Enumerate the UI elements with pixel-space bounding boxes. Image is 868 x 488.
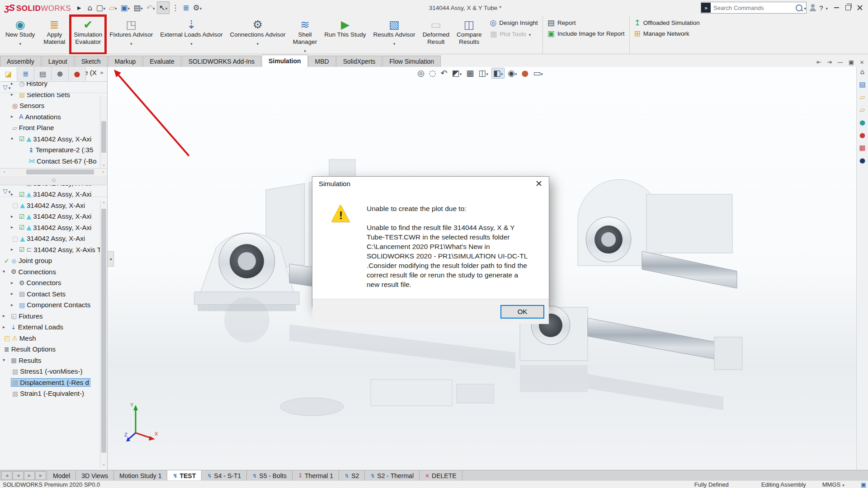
edit-appearance-icon[interactable]: ● (520, 68, 530, 78)
tree-item[interactable]: ▾ ▦ Results (0, 355, 107, 366)
graphics-viewport[interactable]: ◎ ◌ ↶ ◩ ▦ ◫ (108, 67, 868, 470)
hide-show-items-icon[interactable]: ◉ (506, 68, 518, 78)
study-filter-bar[interactable]: ▽ (0, 185, 108, 197)
previous-window-icon[interactable]: ⇤ (816, 59, 821, 65)
dynamic-annotation-icon[interactable]: ▦ (465, 68, 475, 78)
model-tab[interactable]: ↧ Thermal 1 (292, 470, 339, 481)
tree-item[interactable]: ▢ ▲ 314042 Assy, X-Axi (0, 200, 107, 211)
propertymanager-tab[interactable]: ≣ (17, 67, 34, 81)
view-orientation-icon[interactable]: ◫ (477, 68, 490, 78)
scroll-down-icon[interactable]: ⌄ (100, 161, 107, 168)
command-tab[interactable]: SOLIDWORKS Add-Ins (182, 56, 261, 67)
model-tab[interactable]: 3D Views (76, 470, 114, 481)
section-view-icon[interactable]: ◩ (451, 68, 463, 78)
command-tab[interactable]: Markup (108, 56, 143, 67)
custom-properties-icon[interactable]: ▦ (859, 145, 865, 151)
tree-item[interactable]: ▾ ⚙ Connections (0, 266, 107, 277)
results-advisor-button[interactable]: ▧ Results Advisor (370, 15, 419, 54)
save-icon[interactable]: ▣ (119, 2, 132, 14)
dialog-title-bar[interactable]: Simulation (312, 177, 549, 190)
file-explorer-icon[interactable]: ▱ (860, 107, 865, 113)
home-icon[interactable]: ⌂ (86, 2, 94, 14)
design-library-icon[interactable]: ▱ (860, 94, 865, 101)
solidworks-resources-icon[interactable]: ▤ (859, 81, 865, 88)
task-pane-icon[interactable]: ≣ (181, 2, 191, 14)
tree1-horizontal-scrollbar[interactable]: ‹ › (0, 168, 108, 176)
tree-item[interactable]: ▾ ☑ ▲ 314042 Assy, X-Axi (0, 133, 107, 145)
tree-item[interactable]: ▸ ☑ ▲ 314042 Assy, X-Axi (0, 222, 107, 233)
command-tab[interactable]: Evaluate (143, 56, 181, 67)
tree2-vertical-scrollbar[interactable]: ⌃ ⌄ (100, 201, 107, 468)
tree-item[interactable]: ⋈ Contact Set-67 (-Bo (0, 155, 107, 167)
expand-arrow-icon[interactable]: ▾ (3, 358, 9, 362)
close-button[interactable] (857, 5, 863, 10)
restore-button[interactable] (845, 5, 851, 10)
configurationmanager-tab[interactable]: ▤ (34, 67, 52, 81)
previous-tab-button[interactable]: ◀ (13, 471, 24, 480)
command-tab[interactable]: Assembly (0, 56, 41, 67)
user-icon[interactable] (809, 4, 816, 11)
tree-item[interactable]: ◰ ⚠ Mesh (0, 333, 107, 344)
model-tab[interactable]: ↯ S4 - S-T1 (202, 470, 247, 481)
command-tab[interactable]: SolidXperts (336, 56, 382, 67)
model-tab[interactable]: Motion Study 1 (114, 470, 167, 481)
zoom-to-fit-icon[interactable]: ◎ (416, 68, 426, 78)
appearances-scenes-icon[interactable]: ● (859, 132, 865, 139)
dimxpertmanager-tab[interactable]: ⊕ (52, 67, 69, 81)
panel-tabs-expand-icon[interactable]: » (96, 70, 107, 75)
last-tab-button[interactable]: ▶ (35, 471, 46, 480)
compare-results-button[interactable]: ◫ Compare Results (453, 15, 486, 54)
previous-view-icon[interactable]: ↶ (439, 68, 449, 78)
scroll-down-icon[interactable]: ⌄ (100, 461, 107, 468)
expand-arrow-icon[interactable]: ▸ (11, 303, 18, 307)
new-document-icon[interactable]: ▢ (94, 2, 107, 14)
units-selector[interactable]: MMGS (822, 481, 844, 488)
document-minimize-icon[interactable]: — (837, 59, 843, 65)
tree-item[interactable]: ▸ ⚙ Connectors (0, 277, 107, 289)
solidworks-forum-icon[interactable]: ● (859, 157, 865, 164)
design-insight-button[interactable]: ◎ Design Insight (490, 19, 538, 27)
run-this-study-button[interactable]: ▶ Run This Study (321, 15, 370, 54)
help-button[interactable]: ? (819, 4, 823, 12)
undo-icon[interactable]: ↶ (145, 2, 157, 14)
expand-arrow-icon[interactable]: ▸ (11, 291, 18, 296)
tree1-vertical-scrollbar[interactable]: ⌄ (100, 96, 107, 168)
tree-item[interactable]: ▱ Front Plane (0, 122, 107, 134)
model-tab[interactable]: Model (47, 470, 76, 481)
expand-arrow-icon[interactable]: ▸ (11, 225, 18, 230)
model-tab[interactable]: × DELETE (420, 470, 462, 481)
next-window-icon[interactable]: ⇥ (827, 59, 832, 65)
ok-button[interactable]: OK (500, 305, 544, 319)
select-icon[interactable]: ↖ (157, 1, 170, 14)
command-tab[interactable]: Simulation (262, 55, 308, 67)
home-tab-icon[interactable]: ⌂ (860, 69, 865, 75)
expand-arrow-icon[interactable]: ▸ (11, 247, 18, 252)
expand-arrow-icon[interactable]: ▸ (11, 214, 18, 219)
tree-item[interactable]: ◎ Sensors (0, 100, 107, 112)
filter-caret-icon[interactable] (9, 83, 11, 91)
report-button[interactable]: ▤ Report (547, 19, 625, 27)
command-tab[interactable]: Sketch (75, 56, 108, 67)
minimize-button[interactable] (834, 7, 839, 8)
external-loads-advisor-button[interactable]: ⇣ External Loads Advisor (156, 15, 226, 54)
expand-arrow-icon[interactable]: ▸ (11, 281, 18, 285)
manage-network-button[interactable]: ⊞ Manage Network (634, 30, 700, 38)
first-tab-button[interactable]: ◀ (1, 471, 12, 480)
fixtures-advisor-button[interactable]: ◳ Fixtures Advisor (106, 15, 156, 54)
view-palette-icon[interactable]: ● (859, 119, 865, 126)
tree-item[interactable]: ▸ ☑ ⊏ 314042 Assy, X-Axis Tu (0, 244, 107, 255)
include-image-for-report-button[interactable]: ▣ Include Image for Report (547, 30, 625, 38)
search-icon[interactable] (796, 5, 802, 11)
interrupt-icon[interactable]: ⋮ (170, 2, 181, 14)
display-style-icon[interactable]: ◧ (491, 68, 505, 79)
panel-splitter[interactable] (0, 176, 108, 185)
view-settings-icon[interactable]: ▭ (532, 68, 544, 78)
expand-arrow-icon[interactable]: ▸ (3, 325, 9, 329)
deformed-result-button[interactable]: ▭ Deformed Result (419, 15, 453, 54)
dialog-close-button[interactable] (529, 177, 549, 190)
expand-arrow-icon[interactable]: ▸ (3, 314, 9, 318)
expand-arrow-icon[interactable]: ▾ (3, 269, 9, 274)
menu-flyout-icon[interactable]: ▶ (77, 5, 81, 10)
search-input[interactable] (711, 5, 796, 11)
shell-manager-button[interactable]: ≋ Shell Manager (289, 15, 321, 54)
